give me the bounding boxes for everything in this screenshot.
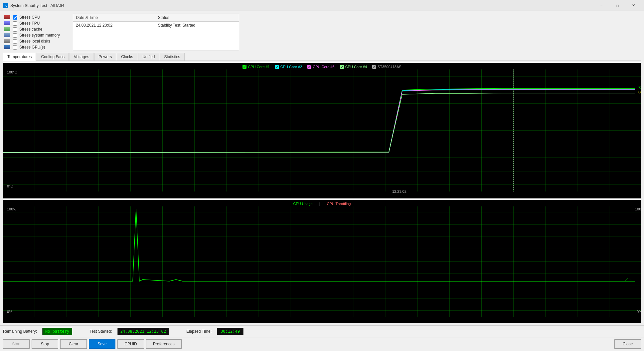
- status-header: Status: [155, 14, 239, 22]
- temp-chart-legend: CPU Core #1 CPU Core #2 CPU Core #3 CPU …: [3, 65, 641, 69]
- cpu-throttling-label: CPU Throttling: [327, 202, 351, 206]
- tab-clocks[interactable]: Clocks: [117, 53, 137, 60]
- stress-options-panel: Stress CPU Stress FPU Stress cache Stres…: [3, 14, 70, 51]
- cpu-chart-legend: CPU Usage | CPU Throttling: [3, 202, 641, 206]
- datetime-header: Date & Time: [73, 14, 155, 22]
- tabs-section: Temperatures Cooling Fans Voltages Power…: [3, 53, 641, 61]
- elapsed-time-label: Elapsed Time:: [186, 329, 212, 334]
- svg-text:100%: 100%: [635, 207, 641, 211]
- preferences-button[interactable]: Preferences: [146, 339, 182, 349]
- stress-fpu-label: Stress FPU: [19, 21, 40, 26]
- stress-cpu-checkbox[interactable]: [13, 15, 17, 20]
- remaining-battery-value: No battery: [42, 328, 72, 335]
- status-row: 24.08.2021 12:23:02 Stability Test: Star…: [73, 22, 239, 29]
- stress-memory-checkbox[interactable]: [13, 33, 17, 38]
- stress-fpu-item: Stress FPU: [4, 21, 68, 26]
- stress-cache-icon: [4, 27, 10, 31]
- close-button[interactable]: ✕: [626, 0, 641, 11]
- status-text: Stability Test: Started: [155, 22, 239, 29]
- stress-cpu-label: Stress CPU: [19, 15, 40, 20]
- minimize-button[interactable]: −: [594, 0, 609, 11]
- stress-disks-checkbox[interactable]: [13, 39, 17, 44]
- tab-statistics[interactable]: Statistics: [160, 53, 185, 60]
- separator: |: [319, 202, 320, 206]
- stress-memory-item: Stress system memory: [4, 33, 68, 38]
- close-window-button[interactable]: Close: [614, 339, 641, 349]
- legend-st-checkbox[interactable]: [372, 65, 376, 69]
- svg-text:68: 68: [638, 90, 641, 94]
- app-icon: A: [3, 3, 8, 8]
- title-bar: A System Stability Test - AIDA64 − □ ✕: [0, 0, 644, 11]
- clear-button[interactable]: Clear: [60, 339, 87, 349]
- legend-cpu2-checkbox[interactable]: [275, 65, 279, 69]
- cpuid-button[interactable]: CPUID: [117, 339, 144, 349]
- legend-st-label: ST3500418AS: [378, 65, 402, 69]
- legend-st: ST3500418AS: [372, 65, 402, 69]
- legend-cpu4-label: CPU Core #4: [345, 65, 367, 69]
- cpu-usage-chart: CPU Usage | CPU Throttling: [3, 200, 641, 323]
- tab-powers[interactable]: Powers: [94, 53, 116, 60]
- remaining-battery-label: Remaining Battery:: [3, 329, 37, 334]
- stress-gpu-checkbox[interactable]: [13, 45, 17, 50]
- temperature-chart: CPU Core #1 CPU Core #2 CPU Core #3 CPU …: [3, 63, 641, 198]
- elapsed-time-value: 00:12:49: [217, 328, 243, 335]
- legend-cpu1: CPU Core #1: [242, 65, 269, 69]
- stress-cpu-icon: [4, 15, 10, 19]
- tab-voltages[interactable]: Voltages: [70, 53, 93, 60]
- footer-buttons: Start Stop Clear Save CPUID Preferences …: [0, 337, 644, 351]
- stress-memory-icon: [4, 33, 10, 37]
- tab-cooling-fans[interactable]: Cooling Fans: [37, 53, 69, 60]
- stress-gpu-label: Stress GPU(s): [19, 45, 45, 50]
- stress-cache-checkbox[interactable]: [13, 27, 17, 32]
- top-section: Stress CPU Stress FPU Stress cache Stres…: [3, 14, 641, 51]
- bottom-status-bar: Remaining Battery: No battery Test Start…: [0, 325, 644, 337]
- legend-cpu3-checkbox[interactable]: [307, 65, 311, 69]
- cpu-usage-label: CPU Usage: [293, 202, 313, 206]
- svg-text:72: 72: [638, 85, 641, 89]
- svg-text:100%: 100%: [7, 207, 16, 211]
- stress-memory-label: Stress system memory: [19, 33, 60, 38]
- legend-cpu3: CPU Core #3: [307, 65, 334, 69]
- status-table: Date & Time Status 24.08.2021 12:23:02 S…: [73, 14, 239, 51]
- save-button[interactable]: Save: [89, 339, 115, 349]
- svg-text:12:23:02: 12:23:02: [392, 189, 406, 193]
- legend-cpu3-label: CPU Core #3: [313, 65, 334, 69]
- svg-text:0%: 0%: [637, 309, 641, 313]
- svg-text:0%: 0%: [7, 309, 12, 313]
- tab-unified[interactable]: Unified: [138, 53, 159, 60]
- stress-gpu-icon: [4, 45, 10, 49]
- start-button[interactable]: Start: [3, 339, 30, 349]
- legend-cpu1-label: CPU Core #1: [248, 65, 269, 69]
- tab-temperatures[interactable]: Temperatures: [3, 53, 36, 61]
- legend-cpu4-checkbox[interactable]: [340, 65, 344, 69]
- test-started-label: Test Started:: [89, 329, 112, 334]
- svg-text:0°C: 0°C: [7, 184, 13, 188]
- stress-disks-item: Stress local disks: [4, 39, 68, 44]
- stress-cpu-item: Stress CPU: [4, 15, 68, 20]
- window-title: System Stability Test - AIDA64: [10, 3, 594, 8]
- stop-button[interactable]: Stop: [32, 339, 58, 349]
- legend-cpu2-label: CPU Core #2: [280, 65, 302, 69]
- maximize-button[interactable]: □: [610, 0, 625, 11]
- legend-cpu2: CPU Core #2: [275, 65, 302, 69]
- stress-disks-label: Stress local disks: [19, 39, 50, 44]
- main-content: Stress CPU Stress FPU Stress cache Stres…: [0, 11, 644, 325]
- stress-cache-item: Stress cache: [4, 27, 68, 32]
- legend-cpu4: CPU Core #4: [340, 65, 367, 69]
- stress-gpu-item: Stress GPU(s): [4, 45, 68, 50]
- legend-cpu1-checkbox[interactable]: [242, 65, 246, 69]
- stress-disks-icon: [4, 39, 10, 43]
- tabs-bar: Temperatures Cooling Fans Voltages Power…: [3, 53, 641, 61]
- cpu-chart-svg: 100% 0% 100% 0%: [3, 200, 641, 323]
- charts-section: CPU Core #1 CPU Core #2 CPU Core #3 CPU …: [3, 63, 641, 323]
- stress-cache-label: Stress cache: [19, 27, 42, 32]
- main-window: A System Stability Test - AIDA64 − □ ✕ S…: [0, 0, 644, 351]
- stress-fpu-checkbox[interactable]: [13, 21, 17, 26]
- status-datetime: 24.08.2021 12:23:02: [73, 22, 155, 29]
- stress-fpu-icon: [4, 21, 10, 25]
- window-controls: − □ ✕: [594, 0, 641, 11]
- temp-chart-svg: 100°C 0°C: [3, 63, 641, 198]
- svg-text:100°C: 100°C: [7, 70, 17, 74]
- test-started-value: 24.08.2021 12:23:02: [117, 328, 169, 335]
